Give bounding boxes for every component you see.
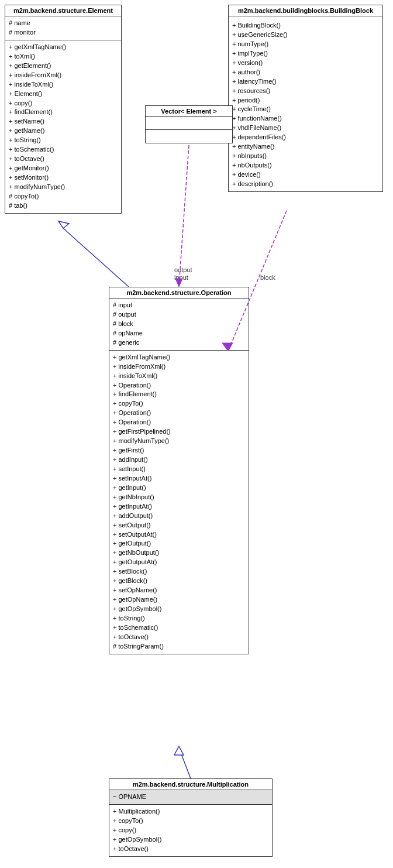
element-class-box: m2m.backend.structure.Element # name # m… [5, 5, 122, 214]
svg-line-6 [179, 748, 191, 778]
buildingblock-class-box: m2m.backend.buildingblocks.BuildingBlock… [228, 5, 383, 192]
operation-class-box: m2m.backend.structure.Operation # input … [109, 287, 249, 654]
output-label: output [174, 266, 192, 273]
svg-line-0 [63, 228, 129, 287]
multiplication-class-title: m2m.backend.structure.Multiplication [109, 779, 272, 790]
element-attributes-section: # name # monitor [5, 16, 121, 40]
operation-methods-section: + getXmlTagName() + insideFromXml() + in… [109, 351, 249, 654]
buildingblock-methods-section: + BuildingBlock() + useGenericSize() + n… [229, 16, 382, 191]
vector-empty-1 [146, 117, 232, 130]
svg-line-2 [179, 145, 189, 286]
diagram-container: m2m.backend.structure.Element # name # m… [0, 0, 393, 868]
operation-class-title: m2m.backend.structure.Operation [109, 287, 249, 299]
buildingblock-class-title: m2m.backend.buildingblocks.BuildingBlock [229, 5, 382, 16]
svg-marker-7 [174, 746, 184, 755]
multiplication-methods-section: + Multiplication() + copyTo() + copy() +… [109, 805, 272, 856]
element-attr-2: # monitor [9, 28, 118, 37]
multiplication-constants-section: ~ OPNAME [109, 790, 272, 805]
input-label: input [174, 274, 188, 281]
element-methods-section: + getXmlTagName() + toXml() + getElement… [5, 40, 121, 213]
svg-marker-1 [58, 221, 69, 228]
multiplication-class-box: m2m.backend.structure.Multiplication ~ O… [109, 778, 273, 857]
vector-class-box: Vector< Element > [145, 105, 233, 143]
element-class-title: m2m.backend.structure.Element [5, 5, 121, 16]
vector-class-title: Vector< Element > [146, 106, 232, 117]
block-label: block [260, 274, 275, 281]
vector-empty-2 [146, 130, 232, 143]
operation-attributes-section: # input # output # block # opName # gene… [109, 299, 249, 351]
element-attr-1: # name [9, 19, 118, 28]
